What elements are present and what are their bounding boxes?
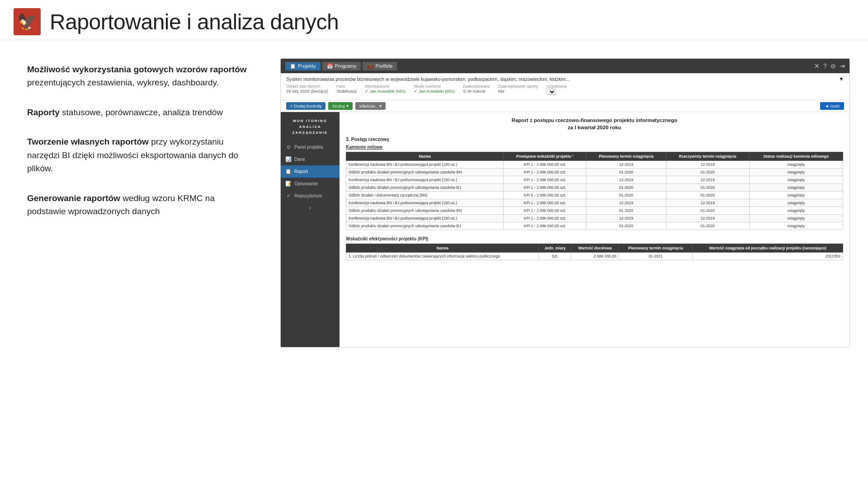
milestone-row: Konferencja naukowa BN i BJ podsumowując… [346,215,843,222]
text-block-4: Generowanie raportów według wzoru KRMC n… [27,192,253,218]
wlasciw-button[interactable]: Właściw... ▾ [355,102,386,110]
meta-wprowadzone: Wprowadzone ✓ Jan Kowalski (MG) [365,84,406,95]
meta-skutki: Skutki ocenione ✓ Jan Kowalski (MG) [414,84,454,95]
nav-tab-programy[interactable]: 📅 Programy [322,62,361,70]
milestone-planowany: 12-2019 [586,215,666,222]
project-title-row: System monitorowania procesów biznesowyc… [286,76,844,82]
meta-ostatni-stan: Ostatni stan danych 28 luty 2020 (bieżąc… [286,84,328,95]
minimize-icon[interactable]: ⊖ [830,62,836,70]
col-nazwa: Nazwa [346,152,504,161]
sidebar-item-repozytorium[interactable]: ✓ Repozytorium [281,190,340,202]
meta-zaakceptowane: Zaakceptowane ⊙ W trakcie [463,84,490,95]
text-block-2: Raporty statusowe, porównawcze, analiza … [27,106,253,119]
repozytorium-icon: ✓ [285,193,292,199]
milestone-planowany: 01-2020 [586,184,666,192]
project-info-bar: System monitorowania procesów biznesowyc… [281,73,849,100]
app-main: Raport z postępu rzeczowo-finansowego pr… [340,112,849,347]
milestone-status: osiągnięty [749,222,843,230]
col-wskazniki: Powiązane wskaźniki projektu ¹ [504,152,586,161]
kamienie-milowe-heading: Kamienie milowe [346,145,843,150]
nav-tab-projekty[interactable]: 📋 Projekty [285,62,321,70]
kpi-section-title: Wskaźniki efektywności projektu (KPI) [346,236,843,241]
help-icon[interactable]: ? [823,62,827,70]
milestone-rzeczywisty: 01-2020 [666,184,749,192]
milestone-status: osiągnięty [749,161,843,169]
milestone-planowany: 12-2019 [586,161,666,169]
text-block-1: Możliwość wykorzystania gotowych wzorów … [27,63,253,89]
milestone-status: osiągnięty [749,169,843,176]
kpi-nazwa: 1. Liczba pobrań / odtworzeń dokumentów … [346,253,539,260]
milestone-row: Konferencja naukowa BN i BJ podsumowując… [346,199,843,207]
milestone-row: Konferencja naukowa BN i BJ podsumowując… [346,161,843,169]
sidebar-item-dane[interactable]: 📊 Dane [281,153,340,165]
page-title: Raportowanie i analiza danych [50,9,339,34]
report-title: Raport z postępu rzeczowo-finansowego pr… [346,117,843,131]
project-meta-row: Ostatni stan danych 28 luty 2020 (bieżąc… [286,84,844,95]
expand-icon[interactable]: ⇥ [840,62,845,70]
kpi-row: 1. Liczba pobrań / odtworzeń dokumentów … [346,253,843,260]
milestone-nazwa: Odbiór produktu działań promocyjnych udo… [346,222,504,230]
milestone-nazwa: Konferencja naukowa BN i BJ podsumowując… [346,176,504,184]
kpi-termin: 01-2021 [619,253,693,260]
sidebar-logo: MON ITORING ANALIZA ZARZĄDZANIE [281,115,340,141]
milestone-nazwa: Odbiór produktu działań promocyjnych udo… [346,184,504,192]
raport-icon: 📋 [285,169,292,174]
milestone-nazwa: Konferencja naukowa BN i BJ podsumowując… [346,215,504,222]
sidebar-item-opisowanie[interactable]: 📝 Opisowanie [281,178,340,190]
kpi-col-wartosc: Wartość docelowa [571,244,619,253]
milestone-status: osiągnięty [749,215,843,222]
milestone-nazwa: Odbiór produktu działań promocyjnych udo… [346,207,504,215]
portfele-icon: 💼 [367,63,373,69]
close-icon[interactable]: ✕ [814,62,820,70]
project-title-text: System monitorowania procesów biznesowyc… [286,76,570,82]
milestone-status: osiągnięty [749,199,843,207]
milestone-rzeczywisty: 01-2020 [666,169,749,176]
programy-icon: 📅 [327,63,333,69]
kpi-header-row: Nazwa Jedn. miary Wartość docelowa Plano… [346,244,843,253]
dodaj-kontrole-button[interactable]: + Dodaj kontrolę [286,102,326,110]
main-content: Możliwość wykorzystania gotowych wzorów … [0,40,868,357]
sidebar-collapse-button[interactable]: ‹ [281,202,340,214]
drukuj-button[interactable]: Drukuj ▾ [328,102,352,110]
panel-icon: ⊙ [285,144,292,150]
milestone-rzeczywisty: 12-2019 [666,161,749,169]
goto-button[interactable]: ◄ Gotó [820,102,844,110]
meta-faza: Faza Stabilizacji [336,84,357,95]
nav-tab-portfele[interactable]: 💼 Portfele [363,62,397,70]
milestone-planowany: 12-2019 [586,199,666,207]
uzgodnione-select[interactable] [546,89,556,95]
col-status: Status realizacji kamienia milowego [749,152,843,161]
milestone-wskazniki: KPI 5 - 2 686 000,00 szt. [504,192,586,199]
dropdown-icon[interactable]: ▼ [839,76,844,82]
app-screenshot: 📋 Projekty 📅 Programy 💼 Portfele ✕ ? ⊖ ⇥… [280,58,850,347]
kpi-col-jednostka: Jedn. miary [539,244,571,253]
milestone-planowany: 01-2020 [586,192,666,199]
milestone-wskazniki: KPI 1 - 2 686 000,00 szt. [504,176,586,184]
milestone-row: Konferencja naukowa BN i BJ podsumowując… [346,176,843,184]
milestone-wskazniki: KPI 1 - 2 686 000,00 szt. [504,169,586,176]
milestone-status: osiągnięty [749,184,843,192]
text-block-3: Tworzenie własnych raportów przy wykorzy… [27,135,253,175]
app-sidebar: MON ITORING ANALIZA ZARZĄDZANIE ⊙ Panel … [281,112,340,347]
projekty-icon: 📋 [290,63,296,69]
text-bold-1: Możliwość wykorzystania gotowych wzorów … [27,65,247,74]
col-planowany: Planowany termin osiągnięcia [586,152,666,161]
sidebar-item-raport[interactable]: 📋 Raport [281,165,340,178]
text-bold-3: Tworzenie własnych raportów [27,137,149,146]
milestone-row: Odbiór produktu działań promocyjnych udo… [346,222,843,230]
kpi-wartosc: 2 686 000,00 [571,253,619,260]
app-toolbar: + Dodaj kontrolę Drukuj ▾ Właściw... ▾ ◄… [281,100,849,112]
milestones-header-row: Nazwa Powiązane wskaźniki projektu ¹ Pla… [346,152,843,161]
milestone-nazwa: Odbiór działań i dokumentacji zarządczej… [346,192,504,199]
milestone-rzeczywisty: 12-2019 [666,199,749,207]
milestone-planowany: 01 2020 [586,207,666,215]
milestone-status: osiągnięty [749,176,843,184]
sidebar-item-panel[interactable]: ⊙ Panel projektu [281,141,340,153]
milestone-nazwa: Odbiór produktu działań promocyjnych udo… [346,169,504,176]
opisowanie-icon: 📝 [285,181,292,187]
page-header: 🦅 Raportowanie i analiza danych [0,0,868,40]
svg-text:🦅: 🦅 [17,12,38,31]
app-topbar: 📋 Projekty 📅 Programy 💼 Portfele ✕ ? ⊖ ⇥ [281,59,849,73]
kpi-table: Nazwa Jedn. miary Wartość docelowa Plano… [346,244,843,260]
milestone-wskazniki: KPI 1 - 2 686 000,00 szt. [504,222,586,230]
